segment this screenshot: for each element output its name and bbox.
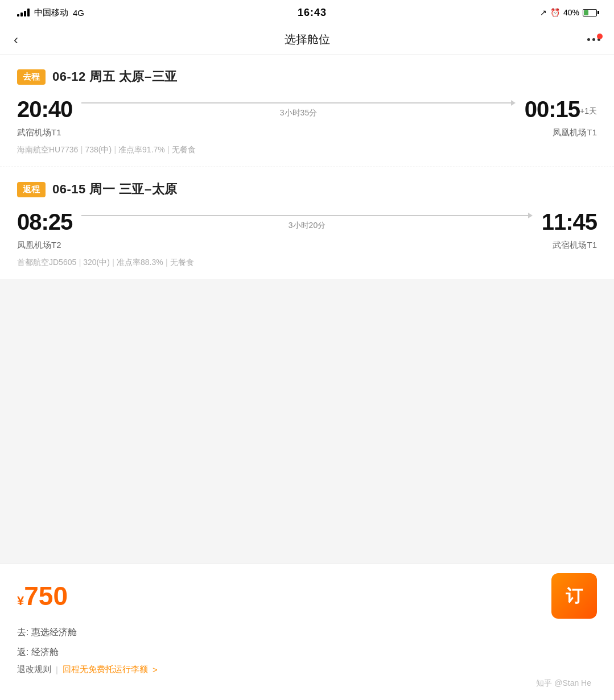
policy-label: 退改规则 <box>17 664 51 675</box>
spacer <box>0 279 614 393</box>
return-depart-time-block: 08:25 <box>17 209 72 234</box>
outbound-airline: 海南航空HU7736 <box>17 145 78 155</box>
outbound-section: 去程 06-12 周五 太原–三亚 20:40 3小时35分 00:15+1天 … <box>0 55 614 167</box>
outbound-depart-time: 20:40 <box>17 97 72 122</box>
outbound-arrive-airport: 凤凰机场T1 <box>553 127 597 138</box>
return-flight-info: 首都航空JD5605 320(中) 准点率88.3% 无餐食 <box>17 258 597 268</box>
return-arrive-time-block: 11:45 <box>542 209 597 234</box>
arrow-line-bar <box>81 102 510 103</box>
price-amount: 750 <box>24 581 68 611</box>
outbound-depart-airport: 武宿机场T1 <box>17 127 61 138</box>
page-title: 选择舱位 <box>285 32 330 47</box>
outbound-duration: 3小时35分 <box>280 108 317 118</box>
return-depart-airport: 凤凰机场T2 <box>17 240 61 251</box>
outbound-arrive-suffix: +1天 <box>580 106 597 115</box>
policy-chevron-icon: > <box>153 665 158 674</box>
return-tag: 返程 <box>17 182 46 197</box>
signal-icon <box>17 9 30 16</box>
battery-icon <box>583 9 597 16</box>
location-icon: ↗ <box>540 8 547 17</box>
policy-row: 退改规则 | 回程无免费托运行李额 > <box>17 664 597 675</box>
return-airline: 首都航空JD5605 <box>17 258 76 268</box>
network-label: 4G <box>73 8 84 18</box>
return-section: 返程 06-15 周一 三亚–太原 08:25 3小时20分 11:45 凤凰机… <box>0 167 614 279</box>
credit-label: 知乎 @Stan He <box>17 678 597 689</box>
outbound-time-row: 20:40 3小时35分 00:15+1天 <box>17 97 597 122</box>
status-left: 中国移动 4G <box>17 7 84 18</box>
notification-badge <box>597 34 603 39</box>
outbound-airport-row: 武宿机场T1 凤凰机场T1 <box>17 127 597 138</box>
more-dot-1 <box>587 38 590 41</box>
return-punctuality: 准点率88.3% <box>117 258 163 268</box>
order-button[interactable]: 订 <box>551 573 597 619</box>
outbound-meal: 无餐食 <box>172 145 196 155</box>
outbound-route: 06-12 周五 太原–三亚 <box>52 68 178 85</box>
bottom-bar: ¥750 订 去: 惠选经济舱 返: 经济舱 退改规则 | 回程无免费托运行李额… <box>0 564 614 700</box>
return-route: 06-15 周一 三亚–太原 <box>52 181 178 198</box>
status-time: 16:43 <box>298 7 327 19</box>
outbound-arrive-time-block: 00:15+1天 <box>525 97 597 122</box>
outbound-cabin-info: 去: 惠选经济舱 <box>17 624 597 641</box>
outbound-header: 去程 06-12 周五 太原–三亚 <box>17 68 597 85</box>
return-depart-time: 08:25 <box>17 209 72 234</box>
return-meal: 无餐食 <box>170 258 194 268</box>
outbound-arrow-block: 3小时35分 <box>72 100 524 118</box>
back-button[interactable]: ‹ <box>14 32 18 48</box>
return-arrive-airport: 武宿机场T1 <box>553 240 597 251</box>
main-content: 去程 06-12 周五 太原–三亚 20:40 3小时35分 00:15+1天 … <box>0 55 614 279</box>
outbound-arrow <box>81 100 515 106</box>
outbound-arrive-time: 00:15 <box>525 97 580 122</box>
carrier-label: 中国移动 <box>34 7 68 18</box>
status-right: ↗ ⏰ 40% <box>540 8 597 17</box>
return-header: 返程 06-15 周一 三亚–太原 <box>17 181 597 198</box>
outbound-plane: 738(中) <box>85 145 112 155</box>
return-arrow-line-bar <box>81 215 528 216</box>
outbound-flight-info: 海南航空HU7736 738(中) 准点率91.7% 无餐食 <box>17 145 597 155</box>
battery-percent: 40% <box>563 8 579 17</box>
return-arrow-block: 3小时20分 <box>72 213 541 231</box>
return-plane: 320(中) <box>83 258 110 268</box>
price-block: ¥750 <box>17 583 68 609</box>
more-button[interactable] <box>587 38 600 41</box>
nav-bar: ‹ 选择舱位 <box>0 25 614 55</box>
price-currency: ¥ <box>17 594 24 608</box>
price-row: ¥750 订 <box>17 573 597 619</box>
return-time-row: 08:25 3小时20分 11:45 <box>17 209 597 234</box>
return-cabin-info: 返: 经济舱 <box>17 644 597 661</box>
outbound-depart-time-block: 20:40 <box>17 97 72 122</box>
arrow-head-icon <box>511 100 516 106</box>
outbound-tag: 去程 <box>17 69 46 85</box>
more-dot-2 <box>592 38 595 41</box>
return-arrow <box>81 213 532 218</box>
return-arrow-head-icon <box>528 213 533 218</box>
return-duration: 3小时20分 <box>289 221 325 231</box>
policy-link[interactable]: 回程无免费托运行李额 <box>63 664 148 675</box>
return-arrive-time: 11:45 <box>542 209 597 234</box>
outbound-punctuality: 准点率91.7% <box>118 145 165 155</box>
return-airport-row: 凤凰机场T2 武宿机场T1 <box>17 240 597 251</box>
status-bar: 中国移动 4G 16:43 ↗ ⏰ 40% <box>0 0 614 25</box>
alarm-icon: ⏰ <box>550 8 560 17</box>
